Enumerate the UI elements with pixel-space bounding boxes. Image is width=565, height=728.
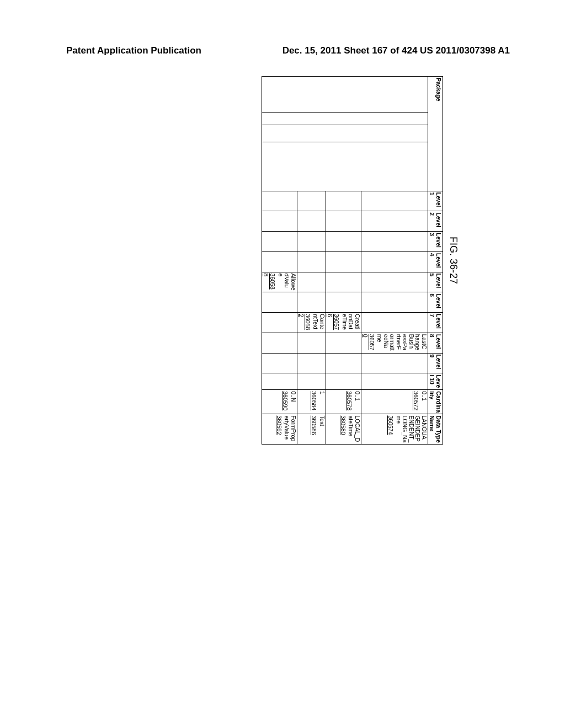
page-header: Patent Application Publication Dec. 15, … <box>66 45 510 56</box>
col-level4: Level 4 <box>428 251 443 272</box>
cell-l7: ContentText 360582 <box>297 313 326 333</box>
cell-card: 0..1 360578 <box>326 390 361 414</box>
col-level2: Level 2 <box>428 211 443 232</box>
table-row: LastChangeBusinessPartnerFormattedName 3… <box>361 77 428 445</box>
header-left: Patent Application Publication <box>66 45 201 56</box>
col-datatype: Data Type Name <box>428 414 443 445</box>
col-level3: Level 3 <box>428 232 443 252</box>
col-level9: Level 9 <box>428 353 443 373</box>
figure-content: FIG. 36-27 Package Level 1 Level 2 Level… <box>106 76 459 445</box>
cell-dt: Text 360586 <box>297 414 326 445</box>
cell-l7: CreationDateTime 360576 <box>326 313 361 333</box>
header-right: Dec. 15, 2011 Sheet 167 of 424 US 2011/0… <box>282 45 510 56</box>
figure-label: FIG. 36-27 <box>447 76 459 445</box>
data-table: Package Level 1 Level 2 Level 3 Level 4 … <box>262 76 443 445</box>
col-level7: Level 7 <box>428 313 443 333</box>
col-cardinality: Cardinality <box>428 390 443 414</box>
col-level1: Level 1 <box>428 191 443 211</box>
table-header-row: Package Level 1 Level 2 Level 3 Level 4 … <box>428 77 443 445</box>
cell-dt: LOCAL_DateTime 360580 <box>326 414 361 445</box>
col-level8: Level 8 <box>428 333 443 353</box>
cell-l8: LastChangeBusinessPartnerFormattedName 3… <box>361 333 428 353</box>
col-package: Package <box>428 77 443 191</box>
cell-card: 0..1 360572 <box>361 390 428 414</box>
cell-l5: AllowedValue 360588 <box>262 272 297 292</box>
col-level10: Level 10 <box>428 373 443 390</box>
cell-card: 1 360584 <box>297 390 326 414</box>
col-level5: Level 5 <box>428 272 443 292</box>
cell-dt: LANGUAGEINDEPENDENT_LONG_Name 360574 <box>361 414 428 445</box>
cell-dt: FormPropertyValue 360592 <box>262 414 297 445</box>
cell-card: 0..N 360590 <box>262 390 297 414</box>
col-level6: Level 6 <box>428 292 443 313</box>
